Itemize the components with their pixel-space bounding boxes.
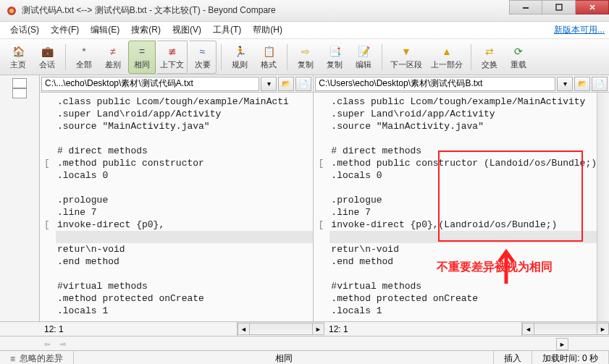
separator — [287, 44, 287, 70]
nav-scroll-right[interactable]: ► — [556, 338, 568, 350]
overview-gutter[interactable] — [0, 75, 40, 321]
copy-right-button[interactable]: 📑复制 — [321, 41, 348, 74]
svg-rect-3 — [556, 4, 562, 10]
pane-status-row: 12: 1 ◄► 12: 1 ◄► — [0, 321, 609, 336]
approx-icon: ≈ — [196, 44, 210, 59]
same-button[interactable]: =相同 — [128, 41, 156, 74]
copy-left-button[interactable]: ⇨复制 — [292, 41, 319, 74]
right-h-scroll[interactable]: ◄► — [522, 322, 609, 336]
folder-icon: 📂 — [282, 80, 290, 88]
thumb-right — [12, 88, 27, 98]
annotation-text: 不重要差异被视为相同 — [437, 261, 553, 273]
briefcase-icon: 💼 — [40, 44, 54, 59]
app-icon — [6, 5, 17, 17]
swap-icon: ⇄ — [482, 44, 497, 59]
right-cursor-pos: 12: 1 — [324, 322, 522, 336]
update-link[interactable]: 新版本可用... — [554, 24, 605, 36]
arrow-right-icon: ⇨ — [298, 44, 313, 59]
copy-icon: 📑 — [327, 44, 342, 59]
separator — [221, 44, 222, 70]
menu-tools[interactable]: 工具(T) — [207, 22, 247, 38]
right-path-input[interactable] — [315, 77, 555, 91]
left-browse-button[interactable]: 📂 — [278, 77, 294, 91]
svg-rect-2 — [523, 7, 529, 9]
left-h-scroll[interactable]: ◄► — [238, 322, 324, 336]
left-pane: ▾ 📂 📄 [[ .class public Lcom/tough/exampl… — [40, 75, 314, 321]
menu-search[interactable]: 搜索(R) — [125, 22, 167, 38]
reload-icon: ⟳ — [511, 44, 526, 59]
right-path-bar: ▾ 📂 📄 — [314, 75, 609, 93]
work-area: ▾ 📂 📄 [[ .class public Lcom/tough/exampl… — [0, 75, 609, 321]
separator — [65, 44, 66, 70]
diff-button[interactable]: ≠差别 — [99, 41, 127, 74]
separator — [471, 44, 471, 70]
left-path-bar: ▾ 📂 📄 — [40, 75, 313, 93]
context-icon: ≢ — [165, 44, 180, 59]
edit-button[interactable]: 📝编辑 — [350, 41, 377, 74]
next-section-button[interactable]: ▼下一区段 — [387, 41, 426, 74]
right-browse-button[interactable]: 📂 — [574, 77, 590, 91]
right-open-button[interactable]: 📄 — [592, 77, 608, 91]
separator — [382, 44, 382, 70]
home-icon: 🏠 — [11, 44, 25, 59]
left-path-input[interactable] — [41, 77, 259, 91]
right-code-view[interactable]: [[ .class public Lcom/tough/example/Main… — [314, 93, 609, 321]
all-button[interactable]: *全部 — [70, 41, 98, 74]
referee-icon: 🏃 — [232, 44, 247, 59]
context-button[interactable]: ≢上下文 — [157, 41, 188, 74]
right-pane: ▾ 📂 📄 [[ .class public Lcom/tough/exampl… — [314, 75, 609, 321]
sessions-button[interactable]: 💼会话 — [33, 41, 61, 74]
left-code-view[interactable]: [[ .class public Lcom/tough/example/Main… — [40, 93, 313, 321]
status-insert: 插入 — [494, 351, 532, 364]
swap-button[interactable]: ⇄交换 — [476, 41, 503, 74]
arrow-down-icon: ▼ — [399, 44, 413, 59]
menu-bar: 会话(S) 文件(F) 编辑(E) 搜索(R) 视图(V) 工具(T) 帮助(H… — [0, 22, 609, 39]
nav-prev-button[interactable]: ⇦ — [41, 338, 54, 350]
folder-icon: 📂 — [578, 80, 587, 88]
rules-button[interactable]: 🏃规则 — [226, 41, 253, 74]
status-load: 加载时间: 0 秒 — [532, 351, 609, 364]
prev-part-button[interactable]: ▲上一部分 — [427, 41, 466, 74]
status-same: 相同 — [74, 351, 494, 364]
reload-button[interactable]: ⟳重载 — [505, 41, 532, 74]
menu-view[interactable]: 视图(V) — [167, 22, 207, 38]
home-button[interactable]: 🏠主页 — [4, 41, 32, 74]
menu-edit[interactable]: 编辑(E) — [85, 22, 125, 38]
not-equal-icon: ≠ — [106, 44, 120, 59]
nav-strip: ⇦ ⇨ ► — [0, 336, 609, 350]
format-button[interactable]: 📋格式 — [255, 41, 282, 74]
sheet-icon: 📄 — [299, 80, 308, 88]
edit-icon: 📝 — [356, 44, 371, 59]
right-path-dropdown[interactable]: ▾ — [557, 77, 573, 91]
nav-next-button[interactable]: ⇨ — [56, 338, 70, 350]
status-ignored: ≡忽略的差异 — [0, 351, 74, 364]
close-button[interactable] — [576, 0, 609, 14]
title-bar: 测试代码A.txt <--> 测试代码B.txt - 文本比较(T) - Bey… — [0, 0, 609, 22]
equal-icon: = — [135, 44, 149, 59]
arrow-up-icon: ▲ — [440, 44, 454, 59]
minor-button[interactable]: ≈次要 — [189, 41, 217, 74]
svg-point-1 — [9, 9, 14, 13]
menu-file[interactable]: 文件(F) — [45, 22, 85, 38]
thumb-left — [12, 78, 27, 88]
window-title: 测试代码A.txt <--> 测试代码B.txt - 文本比较(T) - Bey… — [22, 4, 276, 17]
left-cursor-pos: 12: 1 — [40, 322, 238, 336]
asterisk-icon: * — [77, 44, 91, 59]
format-icon: 📋 — [261, 44, 276, 59]
status-bar: ≡忽略的差异 相同 插入 加载时间: 0 秒 — [0, 350, 609, 364]
vertical-scrollbar[interactable] — [597, 93, 609, 321]
menu-help[interactable]: 帮助(H) — [247, 22, 288, 38]
left-open-button[interactable]: 📄 — [295, 77, 311, 91]
toolbar: 🏠主页 💼会话 *全部 ≠差别 =相同 ≢上下文 ≈次要 🏃规则 📋格式 ⇨复制… — [0, 39, 609, 75]
left-path-dropdown[interactable]: ▾ — [261, 77, 277, 91]
sheet-icon: 📄 — [595, 80, 604, 88]
menu-session[interactable]: 会话(S) — [4, 22, 45, 38]
minimize-button[interactable] — [509, 0, 542, 14]
maximize-button[interactable] — [542, 0, 576, 14]
